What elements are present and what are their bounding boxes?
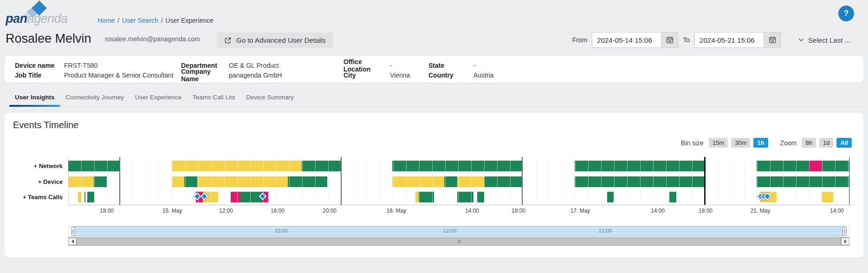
timeline-bar-segment-good[interactable] — [822, 161, 849, 171]
timeline-bar-segment-bad[interactable] — [231, 192, 240, 202]
scrollbar-left-arrow-button[interactable] — [68, 238, 77, 245]
x-axis-tick-label: 12:00 — [207, 208, 245, 214]
x-axis-tick-label: 21. May — [742, 208, 779, 214]
to-label: To — [683, 36, 690, 44]
scrollbar-grip-icon[interactable] — [458, 240, 461, 243]
navigator-handle-right-icon[interactable] — [842, 227, 847, 235]
x-axis-tick-label: 16. May — [378, 208, 415, 214]
timeline-bar-segment-good[interactable] — [184, 176, 197, 187]
scrollbar-left-arrow-icon — [71, 240, 74, 243]
gridline-overlay — [393, 157, 394, 205]
gridline-overlay — [185, 157, 186, 205]
from-calendar-button[interactable] — [661, 32, 678, 48]
navigator-handle-left-icon[interactable] — [71, 227, 75, 235]
gridline-overlay — [406, 157, 407, 205]
external-link-icon — [224, 37, 232, 44]
tab-teams-call-list[interactable]: Teams Call List — [187, 90, 241, 106]
gridline-overlay — [133, 157, 134, 205]
gridline-overlay — [822, 157, 823, 205]
gridline-overlay — [380, 157, 381, 205]
gridline-overlay — [783, 157, 784, 205]
gridline-overlay — [510, 157, 511, 205]
gridline-overlay — [744, 157, 745, 205]
gridline-overlay — [432, 157, 433, 205]
row-label-device[interactable]: + Device — [5, 176, 63, 187]
date-range-controls: From To — [568, 32, 850, 48]
timeline-bar-segment-warning[interactable] — [172, 161, 302, 171]
x-axis-tick-label: 18:00 — [500, 208, 537, 214]
timeline-bar-segment-good[interactable] — [607, 192, 614, 202]
timeline-bar-segment-good[interactable] — [484, 176, 522, 187]
chevron-down-icon — [798, 38, 804, 42]
timeline-bar-segment-good[interactable] — [757, 161, 809, 171]
row-label-teams-calls[interactable]: + Teams Calls — [5, 192, 63, 202]
to-calendar-button[interactable] — [764, 32, 781, 48]
gridline-overlay — [601, 157, 602, 205]
breadcrumb: Home / User Search / User Experience — [97, 17, 214, 24]
gridline-overlay — [471, 157, 472, 205]
info-label-device-name: Device name — [15, 62, 64, 69]
calendar-icon — [769, 36, 776, 44]
tab-user-experience[interactable]: User Experience — [130, 90, 187, 106]
breadcrumb-item-user-experience: User Experience — [166, 17, 214, 24]
timeline-bar-segment-good[interactable] — [288, 176, 327, 187]
scrollbar-right-arrow-button[interactable] — [841, 238, 849, 245]
gridline-overlay — [666, 157, 667, 205]
gridline-overlay — [614, 157, 615, 205]
section-boundary-line — [119, 157, 120, 205]
timeline-bar-segment-warning[interactable] — [457, 176, 484, 187]
advanced-user-details-label: Go to Advanced User Details — [236, 36, 326, 44]
gridline-overlay — [718, 157, 719, 205]
breadcrumb-item-user-search[interactable]: User Search — [122, 17, 158, 24]
gridline-overlay — [588, 157, 589, 205]
tab-user-insights[interactable]: User Insights — [9, 90, 60, 106]
timeline-bar-segment-good[interactable] — [392, 161, 522, 171]
timeline-bar-segment-warning[interactable] — [415, 192, 419, 202]
timeline-bar-segment-warning[interactable] — [392, 176, 444, 187]
timeline-bar-segment-good[interactable] — [575, 161, 705, 171]
timeline-bar-segment-good[interactable] — [302, 161, 341, 171]
panagenda-logo[interactable]: panagenda — [6, 1, 84, 26]
timeline-bar-segment-good[interactable] — [575, 176, 705, 187]
help-button[interactable]: ? — [838, 6, 854, 21]
select-last-dropdown[interactable]: Select Last ... — [798, 36, 850, 44]
timeline-bar-segment-good[interactable] — [669, 192, 676, 202]
timeline-bar-segment-good[interactable] — [87, 192, 94, 202]
gridline-overlay — [419, 157, 420, 205]
gridline-overlay — [146, 157, 147, 205]
timeline-bar-segment-good[interactable] — [84, 192, 85, 202]
x-axis-tick-label: 18:00 — [687, 208, 724, 214]
from-datetime-input[interactable] — [592, 32, 661, 48]
timeline-bar-segment-good[interactable] — [444, 176, 457, 187]
plot-right-border — [849, 157, 850, 205]
scrollbar-right-arrow-icon — [844, 240, 847, 243]
timeline-bar-segment-bad[interactable] — [809, 161, 822, 171]
calendar-icon — [666, 36, 674, 44]
current-section-line — [704, 157, 706, 205]
info-value-country: Austria — [473, 72, 863, 79]
gridline-overlay — [81, 157, 82, 205]
navigator-tick-label: 15:00 — [267, 228, 295, 234]
timeline-bar-segment-good[interactable] — [477, 192, 484, 202]
to-datetime-input[interactable] — [694, 32, 764, 48]
timeline-bar-segment-warning[interactable] — [172, 176, 184, 187]
tab-device-summary[interactable]: Device Summary — [240, 90, 299, 106]
tab-connectivity-journey[interactable]: Connectivity Journey — [60, 90, 130, 106]
timeline-bar-segment-warning[interactable] — [822, 192, 833, 202]
breadcrumb-item-home[interactable]: Home — [97, 17, 115, 24]
gridline-overlay — [94, 157, 95, 205]
gridline-overlay — [796, 157, 797, 205]
timeline-bar-segment-good[interactable] — [94, 176, 107, 187]
info-label-company-name: Company Name — [181, 68, 229, 83]
timeline-bar-segment-good[interactable] — [240, 192, 261, 202]
gridline-overlay — [848, 157, 849, 205]
x-axis-tick-label: 17. May — [562, 208, 599, 214]
advanced-user-details-button[interactable]: Go to Advanced User Details — [217, 32, 333, 48]
gridline-overlay — [315, 157, 316, 205]
timeline-bar-segment-good[interactable] — [757, 176, 849, 187]
section-boundary-line — [522, 157, 523, 205]
gridline-overlay — [289, 157, 290, 205]
row-label-network[interactable]: + Network — [5, 161, 63, 171]
gridline-overlay — [575, 157, 576, 205]
gridline-overlay — [354, 157, 355, 205]
